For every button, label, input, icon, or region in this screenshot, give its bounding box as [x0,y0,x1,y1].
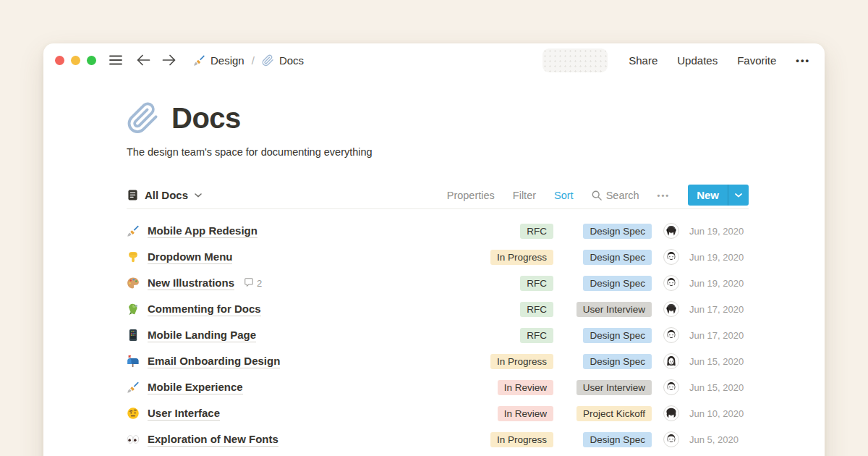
search-button[interactable]: Search [592,190,639,201]
date-cell: Jun 5, 2020 [689,434,749,445]
status-badge[interactable]: RFC [520,224,553,239]
status-badge[interactable]: In Review [498,380,553,395]
share-button[interactable]: Share [629,54,658,67]
zoom-window-button[interactable] [87,56,96,65]
back-arrow-icon[interactable] [137,54,150,66]
paintbrush-icon [127,224,140,237]
new-button-chevron[interactable] [728,185,749,206]
breadcrumb-item-design[interactable]: Design [193,54,244,67]
table-row: Dropdown Menu In Progress Design Spec Ju… [127,244,749,270]
table-row: Mobile Experience In Review User Intervi… [127,374,749,400]
view-label: All Docs [145,189,188,201]
date-cell: Jun 15, 2020 [689,382,749,393]
comment-count-badge[interactable]: 2 [244,277,262,290]
doc-page-link[interactable]: User Interface [148,407,220,421]
favorite-button[interactable]: Favorite [737,54,776,67]
table-row: Mobile Landing Page RFC Design Spec Jun … [127,322,749,348]
breadcrumb-separator: / [252,54,255,67]
date-cell: Jun 19, 2020 [689,278,749,289]
search-label: Search [606,190,639,201]
avatar [663,301,679,317]
new-button-group: New [688,185,749,206]
page-subtitle: The design team's space for documenting … [127,146,749,158]
doc-page-link[interactable]: New Illustrations [148,276,234,290]
breadcrumb: Design / Docs [193,54,304,67]
app-window: Design / Docs Share Updates Favorite •••… [43,43,825,456]
status-badge[interactable]: In Progress [490,432,553,447]
status-badge[interactable]: In Progress [490,354,553,369]
paperclip-icon[interactable] [127,101,160,135]
avatar [663,353,679,369]
comment-count: 2 [257,278,262,289]
doc-page-link[interactable]: Exploration of New Fonts [148,433,278,447]
docs-table: Mobile App Redesign RFC Design Spec Jun … [127,218,749,452]
redacted-blob [542,48,608,72]
status-badge[interactable]: RFC [520,276,553,291]
eyes-icon [127,433,140,446]
search-icon [592,190,602,200]
doc-page-link[interactable]: Email Onboarding Design [148,355,280,368]
doc-page-link[interactable]: Mobile Experience [148,381,243,394]
page-title: Docs [171,102,241,135]
doc-page-link[interactable]: Dropdown Menu [148,250,232,264]
properties-button[interactable]: Properties [447,190,495,201]
status-badge[interactable]: In Progress [490,250,553,265]
chevron-down-icon [195,193,202,198]
avatar [663,405,679,421]
table-row: Commenting for Docs RFC User Interview J… [127,296,749,322]
page-header: Docs [127,101,749,135]
type-badge[interactable]: Design Spec [583,432,652,447]
date-cell: Jun 10, 2020 [689,408,749,419]
toolbar-actions: Properties Filter Sort Search ••• New [447,185,749,206]
breadcrumb-item-docs[interactable]: Docs [262,54,304,67]
date-cell: Jun 19, 2020 [689,252,749,263]
date-cell: Jun 17, 2020 [689,330,749,341]
breadcrumb-label: Design [210,54,244,67]
forward-arrow-icon[interactable] [162,54,176,66]
parrot-icon [127,303,140,316]
type-badge[interactable]: Design Spec [583,224,652,239]
titlebar-actions: Share Updates Favorite ••• [542,48,810,72]
minimize-window-button[interactable] [71,56,80,65]
close-window-button[interactable] [55,56,64,65]
type-badge[interactable]: User Interview [576,302,652,317]
avatar [663,379,679,395]
toolbar-more-icon[interactable]: ••• [658,191,671,200]
window-controls [55,56,96,65]
type-badge[interactable]: Design Spec [583,354,652,369]
type-badge[interactable]: Project Kickoff [576,406,652,421]
mailbox-icon [127,355,140,368]
mobile-phone-icon [127,329,140,342]
titlebar: Design / Docs Share Updates Favorite ••• [43,43,825,77]
breadcrumb-label: Docs [279,54,304,67]
avatar [663,327,679,343]
type-badge[interactable]: Design Spec [583,250,652,265]
more-options-icon[interactable]: ••• [796,55,810,66]
raised-eyebrow-face-icon [127,407,140,420]
status-badge[interactable]: RFC [520,302,553,317]
sort-button[interactable]: Sort [554,190,574,201]
type-badge[interactable]: User Interview [576,380,652,395]
new-button[interactable]: New [688,185,728,206]
type-badge[interactable]: Design Spec [583,328,652,343]
doc-page-link[interactable]: Mobile App Redesign [148,224,258,238]
paintbrush-icon [193,54,205,67]
filter-button[interactable]: Filter [513,190,536,201]
updates-button[interactable]: Updates [677,54,718,67]
avatar [663,275,679,291]
doc-page-link[interactable]: Mobile Landing Page [148,329,256,342]
table-row: Exploration of New Fonts In Progress Des… [127,426,749,452]
date-cell: Jun 17, 2020 [689,304,749,315]
comment-icon [244,277,254,290]
pointing-down-icon [127,250,140,263]
status-badge[interactable]: In Review [498,406,553,421]
doc-page-link[interactable]: Commenting for Docs [148,303,261,316]
date-cell: Jun 15, 2020 [689,356,749,367]
date-cell: Jun 19, 2020 [689,226,749,237]
sidebar-menu-icon[interactable] [109,55,122,65]
status-badge[interactable]: RFC [520,328,553,343]
type-badge[interactable]: Design Spec [583,276,652,291]
view-switcher-all-docs[interactable]: All Docs [127,189,202,201]
view-toolbar: All Docs Properties Filter Sort Search •… [127,182,749,209]
table-row: User Interface In Review Project Kickoff… [127,400,749,426]
